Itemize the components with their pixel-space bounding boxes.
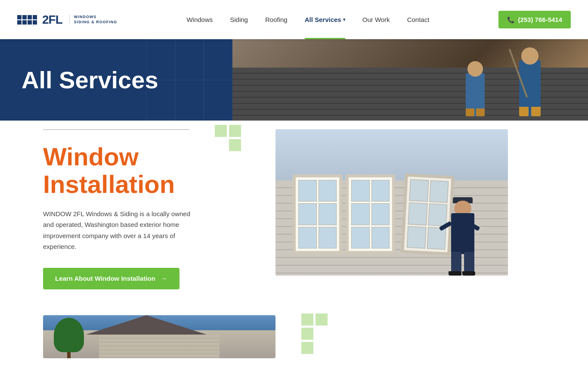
window-installation-heading: Window Installation xyxy=(43,143,250,198)
phone-icon: 📞 xyxy=(507,16,514,23)
hero-section: All Services xyxy=(0,39,588,121)
nav-all-services[interactable]: All Services ▾ xyxy=(296,0,354,39)
window-installation-section: Window Installation WINDOW 2FL Windows &… xyxy=(0,121,588,315)
arrow-icon: → xyxy=(161,275,167,282)
window-installation-image xyxy=(275,129,508,276)
nav-our-work[interactable]: Our Work xyxy=(354,0,399,39)
installer-figure xyxy=(443,181,482,276)
section-divider xyxy=(43,129,189,130)
nav-windows[interactable]: Windows xyxy=(178,0,221,39)
worker-figure-2 xyxy=(459,56,493,116)
learn-btn-label: Learn About Window Installation xyxy=(55,275,155,282)
bottom-decorative xyxy=(301,315,370,358)
hero-bg-image xyxy=(232,39,588,121)
logo-text: 2FL xyxy=(42,13,62,27)
window-installation-description: WINDOW 2FL Windows & Siding is a locally… xyxy=(43,208,198,252)
navbar: 2FL WINDOWS SIDING & ROOFING Windows Sid… xyxy=(0,0,588,39)
siding-house-image xyxy=(43,315,275,358)
logo-icon xyxy=(17,15,37,25)
hero-grid-decoration xyxy=(146,39,232,121)
siding-section xyxy=(0,315,588,358)
service-info: Window Installation WINDOW 2FL Windows &… xyxy=(43,129,250,289)
nav-contact[interactable]: Contact xyxy=(399,0,438,39)
hero-image xyxy=(232,39,588,121)
window-scene xyxy=(275,129,508,276)
phone-number: (253) 766-5414 xyxy=(518,16,562,23)
logo[interactable]: 2FL WINDOWS SIDING & ROOFING xyxy=(17,13,117,27)
window-installation-image-area xyxy=(275,129,562,276)
nav-siding[interactable]: Siding xyxy=(221,0,257,39)
nav-roofing[interactable]: Roofing xyxy=(257,0,296,39)
dropdown-arrow-icon: ▾ xyxy=(343,17,345,22)
hero-left: All Services xyxy=(0,39,232,121)
phone-button[interactable]: 📞 (253) 766-5414 xyxy=(498,11,571,28)
nav-links: Windows Siding Roofing All Services ▾ Ou… xyxy=(178,0,438,39)
hero-title: All Services xyxy=(22,67,158,93)
logo-subtitle-1: WINDOWS xyxy=(74,15,118,20)
logo-subtitle-2: SIDING & ROOFING xyxy=(74,20,118,25)
learn-window-installation-button[interactable]: Learn About Window Installation → xyxy=(43,268,179,289)
decorative-grid-top xyxy=(215,125,241,151)
installed-windows xyxy=(293,174,448,254)
decorative-grid-bottom xyxy=(301,313,328,354)
worker-figure xyxy=(511,43,554,116)
